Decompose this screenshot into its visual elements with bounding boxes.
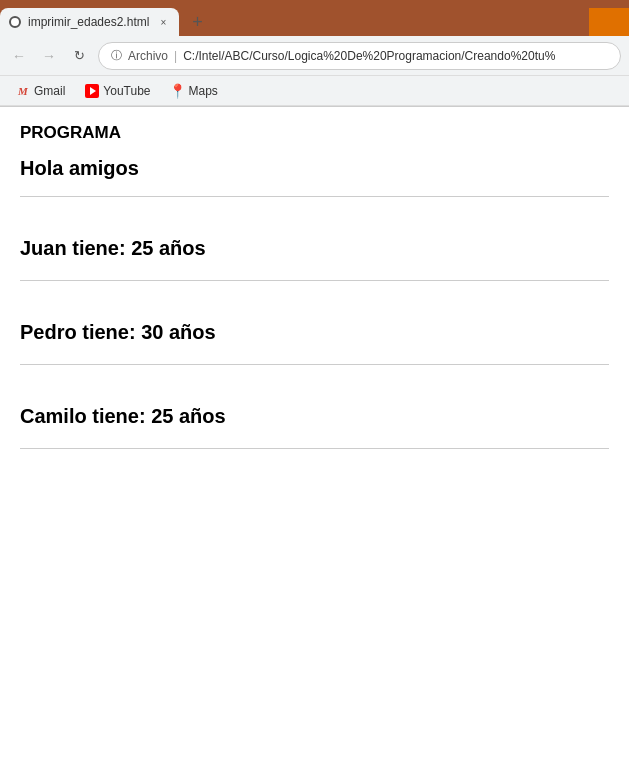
divider-3 — [20, 364, 609, 365]
refresh-button[interactable]: ↻ — [68, 45, 90, 67]
divider-4 — [20, 448, 609, 449]
bookmark-gmail[interactable]: M Gmail — [8, 81, 73, 101]
back-button[interactable]: ← — [8, 45, 30, 67]
url-bar[interactable]: ⓘ Archivo | C:/Intel/ABC/Curso/Logica%20… — [98, 42, 621, 70]
address-bar: ← → ↻ ⓘ Archivo | C:/Intel/ABC/Curso/Log… — [0, 36, 629, 76]
url-path: C:/Intel/ABC/Curso/Logica%20De%20Program… — [183, 49, 555, 63]
divider-2 — [20, 280, 609, 281]
gmail-icon: M — [16, 84, 30, 98]
person-section-juan: Juan tiene: 25 años — [20, 217, 609, 280]
url-source-label: Archivo — [128, 49, 168, 63]
tab-favicon — [8, 15, 22, 29]
security-icon: ⓘ — [111, 48, 122, 63]
camilo-info: Camilo tiene: 25 años — [20, 385, 609, 448]
youtube-icon — [85, 84, 99, 98]
bookmark-gmail-label: Gmail — [34, 84, 65, 98]
page-content: PROGRAMA Hola amigos Juan tiene: 25 años… — [0, 107, 629, 485]
tab-title: imprimir_edades2.html — [28, 15, 149, 29]
url-separator: | — [174, 49, 177, 63]
greeting-section: Hola amigos — [20, 157, 609, 196]
person-section-camilo: Camilo tiene: 25 años — [20, 385, 609, 448]
pedro-info: Pedro tiene: 30 años — [20, 301, 609, 364]
page-title: PROGRAMA — [20, 123, 609, 143]
new-tab-button[interactable]: + — [183, 8, 211, 36]
active-tab[interactable]: imprimir_edades2.html × — [0, 8, 179, 36]
tab-close-button[interactable]: × — [155, 14, 171, 30]
bookmark-youtube[interactable]: YouTube — [77, 81, 158, 101]
greeting-text: Hola amigos — [20, 157, 609, 196]
browser-chrome: imprimir_edades2.html × + ← → ↻ ⓘ Archiv… — [0, 0, 629, 107]
juan-info: Juan tiene: 25 años — [20, 217, 609, 280]
bookmark-youtube-label: YouTube — [103, 84, 150, 98]
forward-button[interactable]: → — [38, 45, 60, 67]
divider-1 — [20, 196, 609, 197]
tab-bar: imprimir_edades2.html × + — [0, 0, 629, 36]
person-section-pedro: Pedro tiene: 30 años — [20, 301, 609, 364]
maps-icon: 📍 — [171, 84, 185, 98]
bookmarks-bar: M Gmail YouTube 📍 Maps — [0, 76, 629, 106]
bookmark-maps[interactable]: 📍 Maps — [163, 81, 226, 101]
bookmark-maps-label: Maps — [189, 84, 218, 98]
